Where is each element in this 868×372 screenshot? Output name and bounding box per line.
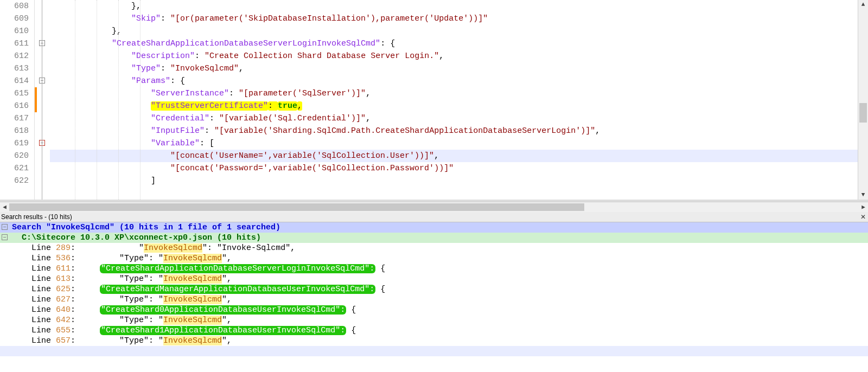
fold-box-icon[interactable]	[2, 234, 8, 240]
token-key: "CreateShardApplicationDatabaseServerLog…	[112, 39, 380, 48]
search-result-line[interactable]: Line 642: "Type": "InvokeSqlcmd",	[0, 315, 868, 325]
line-number[interactable]: 620	[0, 150, 34, 162]
scroll-left-icon[interactable]: ◀	[0, 202, 9, 212]
line-label: Line	[12, 336, 56, 345]
search-result-line[interactable]: Line 289: "InvokeSqlcmd": "Invoke-Sqlcmd…	[0, 243, 868, 253]
token-str: "[variable('Sharding.SqlCmd.Path.CreateS…	[214, 126, 595, 136]
line-number[interactable]: 612	[0, 50, 34, 62]
token-key: "Credential"	[151, 114, 209, 123]
search-result-line[interactable]: Line 625: "CreateShardManagerApplication…	[0, 284, 868, 294]
token-bool: true	[278, 101, 297, 111]
line-number[interactable]: 615	[0, 87, 34, 100]
vertical-scrollbar[interactable]: ▲ ▼	[858, 0, 868, 200]
close-icon[interactable]: ✕	[858, 212, 868, 222]
code-line[interactable]: "CreateShardApplicationDatabaseServerLog…	[50, 37, 858, 50]
token-brace: },	[112, 27, 122, 36]
scroll-down-icon[interactable]: ▼	[858, 190, 868, 200]
token-punc: :	[200, 139, 209, 148]
search-result-line[interactable]: Line 640: "CreateShard0ApplicationDataba…	[0, 305, 868, 315]
search-file-header[interactable]: C:\Sitecore 10.3.0 XP\xconnect-xp0.json …	[0, 233, 868, 243]
token-key: "TrustServerCertificate"	[151, 101, 268, 111]
scrollbar-thumb[interactable]	[859, 103, 867, 123]
fold-box-icon[interactable]	[2, 224, 8, 230]
token-str: "[or(parameter('SkipDatabaseInstallation…	[170, 14, 488, 23]
code-line[interactable]: "[concat('Password=',variable('SqlCollec…	[50, 162, 858, 175]
code-line[interactable]: "Params": {	[50, 75, 858, 87]
line-label: Line	[12, 285, 56, 294]
code-line[interactable]: "ServerInstance": "[parameter('SqlServer…	[50, 87, 858, 100]
scrollbar-track[interactable]	[9, 202, 859, 212]
line-number[interactable]: 614	[0, 75, 34, 87]
line-number[interactable]: 610	[0, 25, 34, 37]
search-result-line[interactable]: Line 613: "Type": "InvokeSqlcmd",	[0, 274, 868, 284]
code-line[interactable]: },	[50, 0, 858, 12]
token-key: "InputFile"	[151, 126, 205, 136]
match-text: InvokeSqlcmd	[163, 274, 222, 284]
line-number[interactable]: 617	[0, 112, 34, 125]
colon: :	[71, 254, 80, 263]
code-line[interactable]: "InputFile": "[variable('Sharding.SqlCmd…	[50, 125, 858, 137]
line-number[interactable]: 609	[0, 12, 34, 25]
line-number[interactable]: 621	[0, 162, 34, 175]
line-number[interactable]: 613	[0, 62, 34, 75]
line-number: 627	[56, 295, 71, 304]
indent-guide	[140, 0, 141, 200]
match-text: InvokeSqlcmd	[163, 336, 222, 345]
colon: :	[71, 285, 80, 294]
colon: :	[71, 316, 80, 325]
scrollbar-thumb[interactable]	[9, 203, 584, 211]
code-line[interactable]: "Variable": [	[50, 137, 858, 150]
text: ",	[222, 274, 232, 284]
search-header[interactable]: Search "InvokeSqlcmd" (10 hits in 1 file…	[0, 222, 868, 233]
text: ",	[222, 316, 232, 325]
scroll-up-icon[interactable]: ▲	[858, 0, 868, 9]
token-brace: {	[180, 76, 185, 86]
line-label: Line	[12, 264, 56, 273]
search-result-line[interactable]: Line 657: "Type": "InvokeSqlcmd",	[0, 336, 868, 346]
token-punc: :	[209, 114, 219, 123]
search-results-title: Search results - (10 hits)	[1, 212, 72, 222]
code-line[interactable]: "TrustServerCertificate": true,	[50, 100, 858, 112]
token-punc: :	[161, 14, 170, 23]
token-str: "[concat('Password=',variable('SqlCollec…	[170, 164, 454, 173]
line-number[interactable]: 616	[0, 100, 34, 112]
match-text: InvokeSqlcmd	[163, 316, 222, 325]
token-key: "ServerInstance"	[151, 89, 229, 98]
change-marker	[35, 87, 37, 100]
code-area[interactable]: }, "Skip": "[or(parameter('SkipDatabaseI…	[50, 0, 858, 200]
search-results-panel[interactable]: Search "InvokeSqlcmd" (10 hits in 1 file…	[0, 222, 868, 370]
line-number[interactable]: 608	[0, 0, 34, 12]
scroll-right-icon[interactable]: ▶	[859, 202, 868, 212]
text: ": "Invoke-Sqlcmd",	[202, 243, 295, 253]
fold-column[interactable]	[35, 0, 50, 200]
code-line[interactable]: "Type": "InvokeSqlcmd",	[50, 62, 858, 75]
code-line[interactable]: "Description": "Create Collection Shard …	[50, 50, 858, 62]
line-number-gutter[interactable]: 6086096106116126136146156166176186196206…	[0, 0, 35, 200]
code-line[interactable]: "Credential": "[variable('Sql.Credential…	[50, 112, 858, 125]
tree-fold-column[interactable]	[0, 222, 10, 370]
token-str: "InvokeSqlcmd"	[170, 64, 239, 73]
line-number: 655	[56, 326, 71, 335]
text: "	[80, 243, 144, 253]
search-cursor-line[interactable]	[0, 346, 868, 356]
search-result-line[interactable]: Line 611: "CreateShardApplicationDatabas…	[0, 264, 868, 274]
horizontal-scrollbar[interactable]: ◀ ▶	[0, 202, 868, 212]
code-line[interactable]: },	[50, 25, 858, 37]
code-line[interactable]: ]	[50, 175, 858, 187]
line-number[interactable]: 622	[0, 175, 34, 187]
line-number[interactable]: 611	[0, 37, 34, 50]
line-label: Line	[12, 295, 56, 304]
line-label: Line	[12, 326, 56, 335]
search-result-line[interactable]: Line 627: "Type": "InvokeSqlcmd",	[0, 294, 868, 305]
line-number[interactable]: 619	[0, 137, 34, 150]
code-line[interactable]: "Skip": "[or(parameter('SkipDatabaseInst…	[50, 12, 858, 25]
text: "Type": "	[80, 336, 163, 345]
search-result-line[interactable]: Line 536: "Type": "InvokeSqlcmd",	[0, 253, 868, 264]
search-result-line[interactable]: Line 655: "CreateShard1ApplicationDataba…	[0, 325, 868, 336]
match-text: InvokeSqlcmd	[144, 243, 202, 253]
code-line[interactable]: "[concat('UserName=',variable('SqlCollec…	[50, 150, 858, 162]
colon: :	[71, 336, 80, 345]
line-number: 611	[56, 264, 71, 273]
line-number[interactable]: 618	[0, 125, 34, 137]
token-punc: :	[380, 39, 390, 48]
